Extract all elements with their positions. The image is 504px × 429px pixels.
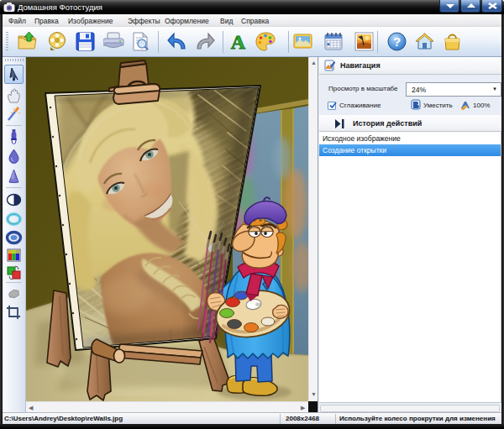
- svg-text:A: A: [231, 31, 246, 52]
- svg-text:?: ?: [393, 34, 401, 49]
